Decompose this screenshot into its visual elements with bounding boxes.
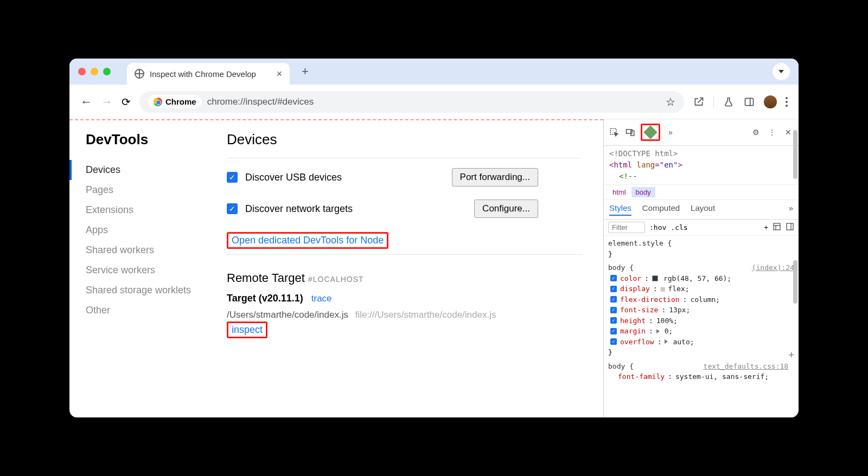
- star-icon[interactable]: ☆: [666, 95, 675, 108]
- property-checkbox[interactable]: ✓: [610, 275, 617, 281]
- sidebar-item-apps[interactable]: Apps: [86, 220, 221, 240]
- tabs-dropdown-button[interactable]: [773, 63, 790, 80]
- close-tab-button[interactable]: ×: [276, 68, 282, 80]
- sidebar-item-shared-storage-worklets[interactable]: Shared storage worklets: [86, 280, 221, 300]
- cls-toggle[interactable]: .cls: [671, 223, 687, 231]
- computed-sidebar-icon[interactable]: [773, 222, 781, 233]
- property-checkbox[interactable]: ✓: [610, 328, 617, 335]
- nodejs-icon[interactable]: [644, 126, 657, 139]
- property-checkbox[interactable]: ✓: [610, 307, 617, 313]
- sidebar-item-shared-workers[interactable]: Shared workers: [86, 240, 221, 260]
- styles-body[interactable]: element.style {} (index):24 body { ✓colo…: [604, 236, 799, 417]
- toolbar: ← → ⟳ Chrome chrome://inspect/#devices ☆: [69, 85, 799, 119]
- maximize-window-button[interactable]: [103, 68, 111, 75]
- open-node-devtools-highlight: Open dedicated DevTools for Node: [227, 232, 388, 249]
- prop-name: flex-direction: [620, 294, 680, 305]
- sidebar-item-pages[interactable]: Pages: [86, 180, 221, 200]
- tab-computed[interactable]: Computed: [642, 203, 680, 216]
- discover-network-checkbox[interactable]: ✓: [227, 203, 238, 214]
- tab-styles[interactable]: Styles: [609, 203, 631, 216]
- hov-toggle[interactable]: :hov: [649, 223, 666, 231]
- breadcrumb-html[interactable]: html: [608, 187, 630, 197]
- profile-avatar[interactable]: [764, 95, 777, 108]
- sidebar-item-extensions[interactable]: Extensions: [86, 200, 221, 220]
- rendering-sidebar-icon[interactable]: [786, 222, 794, 233]
- back-button[interactable]: ←: [80, 95, 92, 109]
- inspect-link[interactable]: inspect: [232, 324, 263, 335]
- sidebar-item-service-workers[interactable]: Service workers: [86, 260, 221, 280]
- breadcrumb-body[interactable]: body: [631, 187, 655, 197]
- chrome-chip-label: Chrome: [165, 97, 196, 106]
- prop-name: height: [620, 316, 646, 326]
- add-property-icon[interactable]: +: [788, 347, 794, 362]
- inspect-page: DevTools Devices Pages Extensions Apps S…: [69, 119, 603, 417]
- devtools-panel: » ⚙ ⋮ ✕ <!DOCTYPE html> <html lang="en">…: [603, 119, 799, 417]
- omnibox[interactable]: Chrome chrome://inspect/#devices ☆: [139, 91, 684, 113]
- color-swatch-icon[interactable]: [652, 275, 658, 281]
- css-property[interactable]: ✓flex-direction: column;: [608, 294, 794, 305]
- rule-element-style: element.style {: [608, 239, 672, 247]
- property-checkbox[interactable]: ✓: [610, 338, 617, 345]
- discover-usb-label: Discover USB devices: [245, 172, 342, 183]
- open-node-devtools-link[interactable]: Open dedicated DevTools for Node: [232, 235, 384, 246]
- more-tabs-icon[interactable]: »: [665, 126, 676, 138]
- labs-icon[interactable]: [723, 96, 735, 108]
- css-property[interactable]: ✓height: 100%;: [608, 316, 794, 326]
- prop-name: display: [620, 284, 650, 294]
- prop-value: column;: [690, 294, 720, 305]
- css-property[interactable]: ✓display: ▦flex;: [608, 284, 794, 294]
- trace-link[interactable]: trace: [311, 293, 332, 304]
- scrollbar-thumb[interactable]: [793, 260, 797, 304]
- prop-value: auto;: [673, 337, 694, 348]
- devtools-tabbar: » ⚙ ⋮ ✕: [604, 119, 799, 146]
- css-property[interactable]: ✓font-size: 13px;: [608, 305, 794, 316]
- discover-usb-checkbox[interactable]: ✓: [227, 172, 238, 183]
- scrollbar-thumb[interactable]: [793, 130, 797, 179]
- css-property[interactable]: ✓color: rgb(48, 57, 66);: [608, 273, 794, 284]
- inspect-element-icon[interactable]: [608, 126, 620, 138]
- reload-button[interactable]: ⟳: [122, 95, 131, 108]
- forward-button[interactable]: →: [101, 95, 113, 109]
- separator: [227, 254, 582, 255]
- configure-button[interactable]: Configure...: [474, 200, 538, 218]
- device-toolbar-icon[interactable]: [624, 126, 636, 138]
- expand-triangle-icon[interactable]: [656, 329, 660, 333]
- prop-name: color: [620, 273, 641, 284]
- prop-name: font-size: [620, 305, 658, 316]
- styles-toolbar: :hov .cls +: [604, 220, 799, 236]
- property-checkbox[interactable]: ✓: [610, 296, 617, 303]
- settings-gear-icon[interactable]: ⚙: [750, 126, 762, 138]
- sidebar-item-devices[interactable]: Devices: [69, 160, 221, 180]
- close-devtools-icon[interactable]: ✕: [782, 126, 794, 138]
- sidepanel-icon[interactable]: [743, 96, 755, 108]
- rule-source[interactable]: (index):24: [752, 262, 794, 273]
- prop-name: overflow: [620, 337, 654, 348]
- close-window-button[interactable]: [78, 68, 86, 75]
- extensions-icon[interactable]: [693, 96, 705, 108]
- styles-filter-input[interactable]: [608, 222, 645, 233]
- flex-editor-icon[interactable]: ▦: [661, 284, 665, 294]
- port-forwarding-button[interactable]: Port forwarding...: [452, 168, 538, 186]
- new-style-rule-icon[interactable]: +: [764, 223, 768, 231]
- new-tab-button[interactable]: +: [302, 65, 309, 79]
- chrome-menu-button[interactable]: [786, 97, 788, 107]
- minimize-window-button[interactable]: [91, 68, 98, 75]
- node-icon-highlight: [641, 124, 660, 141]
- target-url: file:///Users/stmarthe/code/index.js: [355, 310, 496, 320]
- svg-rect-5: [787, 223, 793, 230]
- property-checkbox[interactable]: ✓: [610, 317, 617, 324]
- sidebar-item-other[interactable]: Other: [86, 300, 221, 320]
- devtools-menu-icon[interactable]: ⋮: [766, 126, 778, 138]
- dom-tree[interactable]: <!DOCTYPE html> <html lang="en"> <!--: [604, 146, 799, 184]
- rule-source[interactable]: text_defaults.css:18: [704, 361, 789, 372]
- content-area: DevTools Devices Pages Extensions Apps S…: [69, 119, 799, 417]
- css-property[interactable]: ✓margin: 0;: [608, 326, 794, 337]
- browser-tab[interactable]: Inspect with Chrome Develop ×: [127, 63, 290, 85]
- sidebar: DevTools Devices Pages Extensions Apps S…: [69, 120, 221, 417]
- css-property[interactable]: ✓overflow: auto;: [608, 337, 794, 348]
- dom-comment: <!--: [619, 171, 793, 182]
- expand-triangle-icon[interactable]: [665, 339, 668, 344]
- property-checkbox[interactable]: ✓: [610, 286, 617, 292]
- more-styles-tabs[interactable]: »: [789, 203, 793, 216]
- tab-layout[interactable]: Layout: [691, 203, 715, 216]
